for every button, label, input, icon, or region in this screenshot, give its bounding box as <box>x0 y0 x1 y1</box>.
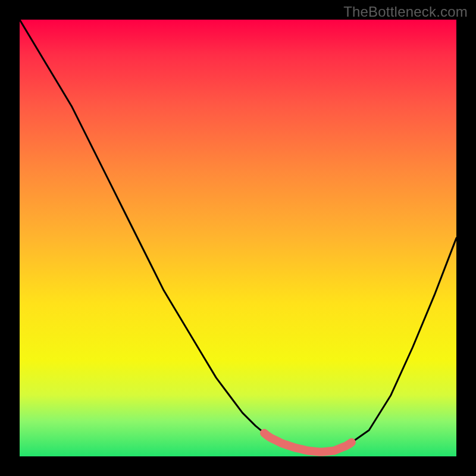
curve-overlay <box>20 20 456 456</box>
optimal-dot <box>305 447 311 454</box>
bottleneck-curve <box>20 20 456 452</box>
watermark: TheBottleneck.com <box>343 4 468 20</box>
optimal-dot <box>296 446 302 452</box>
optimal-dot <box>314 448 320 455</box>
optimal-dot <box>340 444 346 450</box>
plot-area <box>20 20 456 456</box>
optimal-dot <box>278 440 285 446</box>
optimal-dot <box>331 447 337 454</box>
chart-frame: TheBottleneck.com <box>0 0 476 476</box>
optimal-dot <box>287 443 294 449</box>
optimal-dot <box>322 448 328 455</box>
